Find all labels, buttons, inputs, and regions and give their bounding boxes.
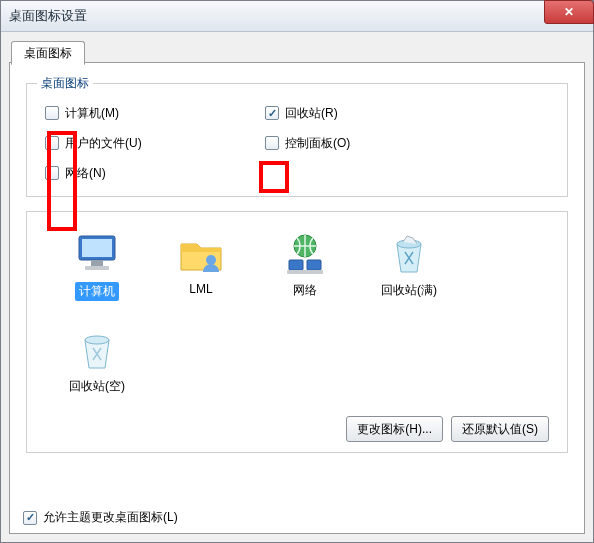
checkbox-grid: 计算机(M) 回收站(R) 用户的文件(U): [45, 98, 549, 188]
icon-label: LML: [189, 282, 212, 296]
checkbox-label: 允许主题更改桌面图标(L): [43, 509, 178, 526]
svg-rect-1: [82, 239, 112, 257]
group-legend: 桌面图标: [37, 75, 93, 92]
svg-point-10: [85, 336, 109, 344]
group-icon-preview: 计算机 LML: [26, 211, 568, 453]
check-item-control[interactable]: 控制面板(O): [265, 128, 350, 158]
tab-strip: 桌面图标: [9, 39, 585, 63]
user-folder-icon: [177, 230, 225, 278]
restore-default-button[interactable]: 还原默认值(S): [451, 416, 549, 442]
icon-label: 回收站(空): [69, 378, 125, 395]
dialog-window: 桌面图标设置 ✕ 桌面图标 桌面图标 计算机(M): [0, 0, 594, 543]
close-button[interactable]: ✕: [544, 0, 594, 24]
icon-cell-network[interactable]: 网络: [253, 226, 357, 322]
window-title: 桌面图标设置: [9, 7, 87, 25]
button-label: 更改图标(H)...: [357, 421, 432, 438]
computer-icon: [73, 230, 121, 278]
svg-rect-2: [91, 260, 103, 266]
svg-point-4: [206, 255, 216, 265]
checkbox-label: 网络(N): [65, 165, 106, 182]
checkbox-computer[interactable]: [45, 106, 59, 120]
icon-grid: 计算机 LML: [45, 226, 549, 418]
title-bar: 桌面图标设置 ✕: [1, 1, 593, 32]
checkbox-theme[interactable]: [23, 511, 37, 525]
group-desktop-icons: 桌面图标 计算机(M) 回收站(R): [26, 83, 568, 197]
client-area: 桌面图标 桌面图标 计算机(M) 回收站(R): [9, 39, 585, 534]
close-icon: ✕: [564, 5, 574, 19]
icon-label: 回收站(满): [381, 282, 437, 299]
icon-label: 网络: [293, 282, 317, 299]
checkbox-label: 计算机(M): [65, 105, 119, 122]
checkbox-label: 回收站(R): [285, 105, 338, 122]
checkbox-control[interactable]: [265, 136, 279, 150]
checkbox-label: 控制面板(O): [285, 135, 350, 152]
icon-cell-recycle-full[interactable]: 回收站(满): [357, 226, 461, 322]
network-icon: [281, 230, 329, 278]
checkbox-label: 用户的文件(U): [65, 135, 142, 152]
svg-rect-7: [307, 260, 321, 270]
tab-page: 桌面图标 计算机(M) 回收站(R): [9, 62, 585, 534]
checkbox-userfiles[interactable]: [45, 136, 59, 150]
icon-cell-lml[interactable]: LML: [149, 226, 253, 322]
checkbox-network[interactable]: [45, 166, 59, 180]
tab-label: 桌面图标: [24, 45, 72, 62]
recycle-full-icon: [385, 230, 433, 278]
svg-rect-8: [287, 270, 323, 274]
checkbox-recycle[interactable]: [265, 106, 279, 120]
icon-cell-recycle-empty[interactable]: 回收站(空): [45, 322, 149, 418]
check-item-network[interactable]: 网络(N): [45, 158, 265, 188]
change-icon-button[interactable]: 更改图标(H)...: [346, 416, 443, 442]
check-item-userfiles[interactable]: 用户的文件(U): [45, 128, 265, 158]
icon-cell-computer[interactable]: 计算机: [45, 226, 149, 322]
svg-rect-6: [289, 260, 303, 270]
check-item-computer[interactable]: 计算机(M): [45, 98, 265, 128]
recycle-empty-icon: [73, 326, 121, 374]
check-item-recycle[interactable]: 回收站(R): [265, 98, 338, 128]
icon-label: 计算机: [75, 282, 119, 301]
tab-desktop-icons[interactable]: 桌面图标: [11, 41, 85, 65]
check-item-theme[interactable]: 允许主题更改桌面图标(L): [23, 509, 178, 526]
button-row: 更改图标(H)... 还原默认值(S): [346, 416, 549, 442]
button-label: 还原默认值(S): [462, 421, 538, 438]
svg-rect-3: [85, 266, 109, 270]
